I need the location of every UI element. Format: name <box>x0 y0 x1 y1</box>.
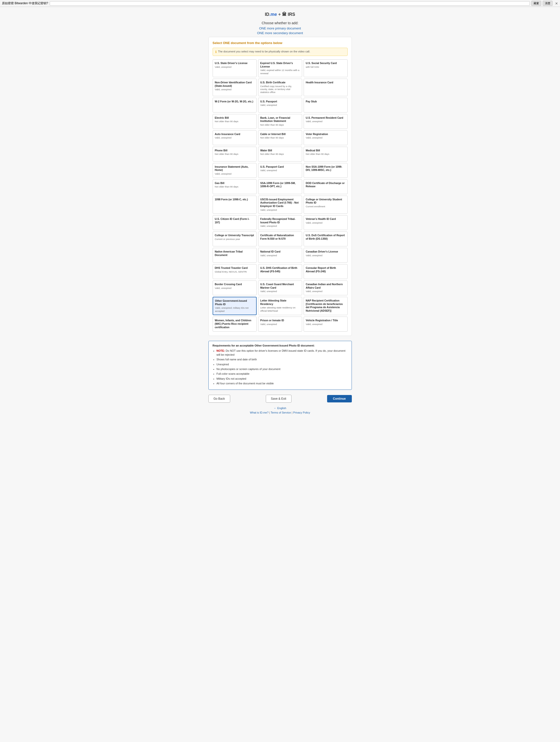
doc-item-20[interactable]: Non SSA-1099 Form (or 1099-DIV, 1099-MIS… <box>303 163 348 178</box>
doc-name-47: Vehicle Registration / Title <box>306 319 345 322</box>
doc-sub-16: Not older than 90 days <box>260 153 300 156</box>
privacy-link[interactable]: Privacy Policy <box>293 411 310 414</box>
doc-item-0[interactable]: U.S. State Driver's LicenseValid, unexpi… <box>213 59 257 77</box>
doc-name-23: DOD Certificate of Discharge or Release <box>306 181 345 188</box>
doc-item-21[interactable]: Gas BillNot older than 90 days <box>213 179 257 194</box>
doc-item-34[interactable]: National ID CardValid, unexpired <box>258 248 302 263</box>
doc-name-21: Gas Bill <box>215 181 255 185</box>
doc-name-34: National ID Card <box>260 250 300 254</box>
document-grid: U.S. State Driver's LicenseValid, unexpi… <box>213 59 348 332</box>
doc-item-35[interactable]: Canadian Driver's LicenseValid, unexpire… <box>303 248 348 263</box>
doc-name-12: Auto Insurance Card <box>215 132 255 136</box>
browser-btn2[interactable]: 清楚 <box>543 1 553 6</box>
doc-item-45[interactable]: Women, Infants, and Children (WIC) Puert… <box>213 317 257 332</box>
doc-item-44[interactable]: NAP Recipient Certification [Certificaci… <box>303 297 348 315</box>
doc-name-10: Bank, Loan, or Financial Institution Sta… <box>260 116 300 123</box>
doc-item-39[interactable]: Border Crossing CardValid, unexpired <box>213 280 257 295</box>
go-back-button[interactable]: Go Back <box>209 395 230 403</box>
doc-sub-12: Valid, unexpired <box>215 136 255 139</box>
doc-item-24[interactable]: 1098 Form (or 1098-C, etc.) <box>213 196 257 214</box>
doc-item-8[interactable]: Pay Stub <box>303 98 348 112</box>
irs-logo: 🏛 IRS <box>282 12 295 17</box>
what-is-idme-link[interactable]: What is ID.me? <box>250 411 269 414</box>
doc-name-27: U.S. Citizen ID Card (Form I-197) <box>215 217 255 224</box>
terms-link[interactable]: Terms of Service <box>271 411 291 414</box>
doc-item-9[interactable]: Electric BillNot older than 90 days <box>213 114 257 129</box>
req-item-1: Unexpired <box>217 363 348 366</box>
doc-item-47[interactable]: Vehicle Registration / TitleValid, unexp… <box>303 317 348 332</box>
doc-name-39: Border Crossing Card <box>215 283 255 286</box>
secondary-doc-link[interactable]: ONE more secondary document <box>5 31 555 35</box>
doc-item-43[interactable]: Letter Attesting State ResidencyLetter a… <box>258 297 302 315</box>
doc-item-41[interactable]: Canadian Indian and Northern Affairs Car… <box>303 280 348 295</box>
doc-sub-15: Not older than 90 days <box>215 153 255 156</box>
doc-item-3[interactable]: Non-Driver Identification Card (State-Is… <box>213 78 257 96</box>
footer-buttons: Go Back Save & Exit Continue <box>209 395 352 403</box>
doc-item-40[interactable]: U.S. Coast Guard Merchant Mariner CardVa… <box>258 280 302 295</box>
doc-name-22: SSA-1099 Form (or 1099-SM, 1099-R-OPT, e… <box>260 181 300 188</box>
doc-name-33: Native American Tribal Document <box>215 250 255 257</box>
doc-item-27[interactable]: U.S. Citizen ID Card (Form I-197) <box>213 215 257 230</box>
doc-item-4[interactable]: U.S. Birth CertificateCertified copy iss… <box>258 78 302 96</box>
doc-item-32[interactable]: U.S. DoS Certification of Report of Birt… <box>303 231 348 246</box>
doc-item-12[interactable]: Auto Insurance CardValid, unexpired <box>213 130 257 145</box>
browser-close-btn[interactable]: ✕ <box>555 1 558 5</box>
doc-item-16[interactable]: Water BillNot older than 90 days <box>258 147 302 161</box>
doc-sub-10: Not older than 90 days <box>260 123 300 126</box>
doc-sub-47: Valid, unexpired <box>306 323 345 326</box>
req-item-5: All four corners of the document must be… <box>217 382 348 385</box>
doc-item-28[interactable]: Federally Recognized Tribal-Issued Photo… <box>258 215 302 230</box>
doc-name-11: U.S. Permanent Resident Card <box>306 116 345 120</box>
url-input[interactable] <box>50 1 530 6</box>
language-link[interactable]: ← English <box>5 407 555 410</box>
doc-item-1[interactable]: Expired U.S. State Driver's LicenseValid… <box>258 59 302 77</box>
doc-item-46[interactable]: Prison or Inmate IDValid, unexpired <box>258 317 302 332</box>
doc-item-17[interactable]: Medical BillNot older than 90 days <box>303 147 348 161</box>
info-icon: ℹ <box>215 50 217 54</box>
doc-item-19[interactable]: U.S. Passport CardValid, unexpired <box>258 163 302 178</box>
doc-sub-17: Not older than 90 days <box>306 153 345 156</box>
doc-item-14[interactable]: Voter RegistrationValid, unexpired <box>303 130 348 145</box>
doc-sub-18: Valid, unexpired <box>215 172 255 175</box>
doc-sub-4: Certified copy issued by a city, county,… <box>260 85 300 94</box>
doc-item-36[interactable]: DHS Trusted Traveler CardGlobal Entry, N… <box>213 264 257 279</box>
choose-heading: Choose whether to add: <box>5 21 555 25</box>
doc-name-26: College or University Student Photo ID <box>306 198 345 205</box>
doc-sub-19: Valid, unexpired <box>260 169 300 172</box>
doc-item-5[interactable]: Health Insurance Card <box>303 78 348 96</box>
doc-name-20: Non SSA-1099 Form (or 1099-DIV, 1099-MIS… <box>306 165 345 172</box>
doc-item-33[interactable]: Native American Tribal Document <box>213 248 257 263</box>
choose-header: Choose whether to add: ONE more primary … <box>5 21 555 35</box>
doc-item-2[interactable]: U.S. Social Security Cardwith full SSN <box>303 59 348 77</box>
doc-item-37[interactable]: U.S. DHS Certification of Birth Abroad (… <box>258 264 302 279</box>
doc-item-22[interactable]: SSA-1099 Form (or 1099-SM, 1099-R-OPT, e… <box>258 179 302 194</box>
doc-item-42[interactable]: Other Government-Issued Photo IDValid, u… <box>213 297 257 315</box>
doc-sub-40: Valid, unexpired <box>260 290 300 293</box>
doc-item-6[interactable]: W-2 Form (or W-2G, W-2G, etc.) <box>213 98 257 112</box>
doc-item-11[interactable]: U.S. Permanent Resident CardValid, unexp… <box>303 114 348 129</box>
continue-button[interactable]: Continue <box>327 395 352 403</box>
doc-item-30[interactable]: College or University TranscriptCurrent … <box>213 231 257 246</box>
doc-item-15[interactable]: Phone BillNot older than 90 days <box>213 147 257 161</box>
doc-item-25[interactable]: USCIS-issued Employment Authorization Ca… <box>258 196 302 214</box>
doc-item-26[interactable]: College or University Student Photo IDCu… <box>303 196 348 214</box>
doc-sub-41: Valid, unexpired <box>306 290 345 293</box>
doc-item-10[interactable]: Bank, Loan, or Financial Institution Sta… <box>258 114 302 129</box>
doc-item-7[interactable]: U.S. PassportValid, unexpired <box>258 98 302 112</box>
doc-name-24: 1098 Form (or 1098-C, etc.) <box>215 198 255 201</box>
doc-item-13[interactable]: Cable or Internet BillNot older than 90 … <box>258 130 302 145</box>
doc-item-23[interactable]: DOD Certificate of Discharge or Release <box>303 179 348 194</box>
doc-name-16: Water Bill <box>260 149 300 152</box>
doc-item-29[interactable]: Veteran's Health ID CardValid, unexpired <box>303 215 348 230</box>
doc-name-46: Prison or Inmate ID <box>260 319 300 322</box>
doc-item-31[interactable]: Certificate of Naturalization Form N-550… <box>258 231 302 246</box>
doc-sub-35: Valid, unexpired <box>306 254 345 257</box>
save-exit-button[interactable]: Save & Exit <box>266 395 291 403</box>
doc-item-18[interactable]: Insurance Statement (Auto, Home)Valid, u… <box>213 163 257 178</box>
info-banner: ℹ The document you select may need to be… <box>213 48 348 56</box>
idme-logo-text: ID <box>265 12 269 17</box>
primary-doc-link[interactable]: ONE more primary document <box>5 26 555 30</box>
doc-item-38[interactable]: Consular Report of Birth Abroad (FS-240) <box>303 264 348 279</box>
browser-btn1[interactable]: 藏窗 <box>531 1 541 6</box>
doc-sub-0: Valid, unexpired <box>215 65 255 68</box>
